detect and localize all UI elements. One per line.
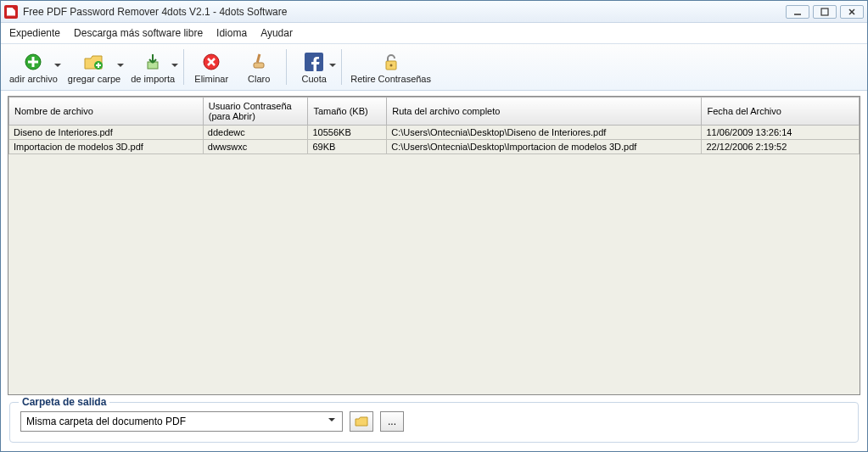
clear-label: Claro <box>248 74 270 84</box>
output-legend: Carpeta de salida <box>19 396 109 408</box>
cell-path: C:\Users\Ontecnia\Desktop\Diseno de Inte… <box>387 126 702 140</box>
add-folder-icon <box>82 51 106 73</box>
delete-button[interactable]: Eliminar <box>188 44 235 90</box>
output-fieldset: Carpeta de salida Misma carpeta del docu… <box>9 402 859 443</box>
table-row[interactable]: Importacion de modelos 3D.pdf dwwswxc 69… <box>9 140 860 154</box>
separator <box>341 49 342 85</box>
svg-rect-15 <box>254 63 264 68</box>
browse-label: ... <box>388 416 396 427</box>
cell-filename: Importacion de modelos 3D.pdf <box>9 140 204 154</box>
toolbar: adir archivo gregar carpe de importa Eli… <box>1 43 867 91</box>
output-folder-combo[interactable]: Misma carpeta del documento PDF <box>20 411 343 432</box>
delete-label: Eliminar <box>194 74 228 84</box>
add-file-button[interactable]: adir archivo <box>4 44 63 90</box>
add-folder-label: gregar carpe <box>68 74 120 84</box>
app-icon <box>4 5 18 19</box>
add-folder-button[interactable]: gregar carpe <box>63 44 126 90</box>
titlebar: Free PDF Password Remover 4dots V2.1 - 4… <box>1 1 867 23</box>
cell-size: 10556KB <box>308 126 387 140</box>
menu-ayudar[interactable]: Ayudar <box>260 27 293 39</box>
remove-passwords-button[interactable]: Retire Contraseñas <box>345 44 436 90</box>
add-file-icon <box>21 51 45 73</box>
delete-icon <box>199 51 223 73</box>
svg-rect-6 <box>28 60 38 63</box>
svg-rect-14 <box>256 53 260 62</box>
cell-password: ddedewc <box>203 126 308 140</box>
app-window: Free PDF Password Remover 4dots V2.1 - 4… <box>0 0 868 452</box>
clear-button[interactable]: Claro <box>235 44 283 90</box>
import-label: de importa <box>131 74 175 84</box>
separator <box>183 49 184 85</box>
menu-download[interactable]: Descarga más software libre <box>74 27 203 39</box>
open-folder-button[interactable] <box>350 411 373 432</box>
menu-idioma[interactable]: Idioma <box>216 27 247 39</box>
window-title: Free PDF Password Remover 4dots V2.1 - 4… <box>23 6 786 18</box>
share-button[interactable]: Cuota <box>290 44 338 90</box>
separator <box>286 49 287 85</box>
svg-rect-1 <box>821 8 828 15</box>
cell-path: C:\Users\Ontecnia\Desktop\Importacion de… <box>387 140 702 154</box>
import-icon <box>141 51 165 73</box>
menubar: Expediente Descarga más software libre I… <box>1 23 867 43</box>
col-date[interactable]: Fecha del Archivo <box>702 98 860 126</box>
header-row: Nombre de archivo Usuario Contraseña (pa… <box>9 98 860 126</box>
cell-filename: Diseno de Interiores.pdf <box>9 126 204 140</box>
col-path[interactable]: Ruta del archivo completo <box>387 98 702 126</box>
maximize-button[interactable] <box>813 5 837 19</box>
import-button[interactable]: de importa <box>126 44 180 90</box>
cell-date: 11/06/2009 13:26:14 <box>702 126 860 140</box>
col-filename[interactable]: Nombre de archivo <box>9 98 204 126</box>
browse-button[interactable]: ... <box>380 411 404 432</box>
share-label: Cuota <box>302 74 327 84</box>
facebook-icon <box>302 51 326 73</box>
menu-expediente[interactable]: Expediente <box>9 27 60 39</box>
folder-icon <box>355 416 368 427</box>
content-area: Nombre de archivo Usuario Contraseña (pa… <box>1 91 867 395</box>
minimize-button[interactable] <box>786 5 809 19</box>
remove-passwords-label: Retire Contraseñas <box>350 74 431 84</box>
file-grid[interactable]: Nombre de archivo Usuario Contraseña (pa… <box>8 96 860 395</box>
col-password[interactable]: Usuario Contraseña (para Abrir) <box>203 98 308 126</box>
col-size[interactable]: Tamaño (KB) <box>308 98 387 126</box>
add-file-label: adir archivo <box>9 74 58 84</box>
cell-date: 22/12/2006 2:19:52 <box>702 140 860 154</box>
svg-rect-9 <box>96 64 101 66</box>
close-button[interactable] <box>840 5 864 19</box>
unlock-icon <box>379 51 403 73</box>
output-folder-value: Misma carpeta del documento PDF <box>26 416 186 427</box>
footer: Carpeta de salida Misma carpeta del docu… <box>1 395 867 451</box>
svg-rect-10 <box>148 62 158 69</box>
cell-password: dwwswxc <box>203 140 308 154</box>
clear-icon <box>247 51 271 73</box>
cell-size: 69KB <box>308 140 387 154</box>
table-row[interactable]: Diseno de Interiores.pdf ddedewc 10556KB… <box>9 126 860 140</box>
svg-point-18 <box>389 64 392 66</box>
